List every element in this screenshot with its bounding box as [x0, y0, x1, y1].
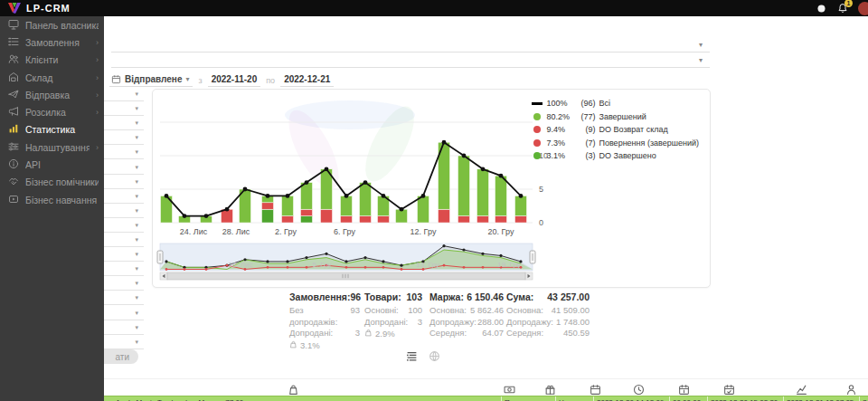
stat-column-3: Сума:43 257.00Основна:41 509.00Допродажу… — [506, 291, 590, 339]
mini-filter-select-3[interactable]: ▾ — [104, 132, 144, 145]
chevron-down-icon: ▾ — [135, 193, 138, 200]
svg-text:28. Лис: 28. Лис — [228, 261, 252, 269]
avatar[interactable] — [858, 2, 868, 15]
dashboard-icon — [8, 19, 19, 32]
svg-text:20. Гру: 20. Гру — [488, 227, 514, 236]
svg-text:12. Гру: 12. Гру — [410, 227, 437, 236]
submenu-caret-icon: › — [96, 143, 99, 152]
stat-column-1: Товари:103Основні:100Допродані:32.9% — [364, 291, 422, 339]
theme-moon-icon[interactable] — [815, 2, 827, 14]
chevron-down-icon: ▾ — [135, 148, 138, 156]
stat-row: Основна:41 509.00 — [506, 305, 590, 317]
mini-filter-select-13[interactable]: ▾ — [104, 278, 144, 291]
legend-item-0[interactable]: 100%(96)Всі — [531, 97, 699, 110]
sidebar-item-4[interactable]: Відправка› — [0, 86, 104, 103]
clients-icon — [8, 53, 19, 66]
stat-row: Середня:64.07 — [429, 328, 504, 339]
order-row-cell: Проверенные — [502, 396, 556, 401]
legend-marker — [531, 113, 543, 120]
date-type-label: Відправлене — [125, 74, 182, 84]
legend-marker — [531, 126, 543, 133]
svg-text:0: 0 — [539, 218, 543, 227]
mini-filter-select-6[interactable]: ▾ — [104, 177, 144, 189]
date-from-input[interactable]: 2022-11-20 — [208, 74, 261, 87]
chevron-down-icon: ▾ — [135, 251, 138, 258]
stat-row: Основні:100 — [364, 305, 422, 317]
sidebar-item-9[interactable]: Бізнес помічники — [0, 174, 104, 191]
upsell-rate: 2.9% — [364, 328, 422, 339]
mini-filter-select-10[interactable]: ▾ — [104, 234, 144, 247]
mini-filter-select-1[interactable]: ▾ — [104, 103, 144, 116]
legend-item-4[interactable]: 3.1%(3)DO Завершено — [531, 149, 699, 163]
order-row-cell: … Apple Magic Trackpad … Маржа: 77.00 — [104, 396, 502, 401]
chevron-down-icon: ▾ — [699, 56, 703, 64]
sidebar-item-7[interactable]: Налаштування› — [0, 138, 104, 156]
mini-filter-select-8[interactable]: ▾ — [104, 205, 144, 218]
stat-row: Допродані:3 — [364, 317, 422, 329]
chevron-down-icon: ▾ — [699, 41, 703, 49]
mini-filter-select-0[interactable]: ▾ — [104, 89, 144, 101]
legend-marker — [531, 152, 543, 159]
sidebar-item-10[interactable]: Бізнес навчання — [0, 191, 104, 208]
sidebar-item-1[interactable]: Замовлення› — [0, 33, 104, 51]
from-preposition: з — [198, 76, 202, 87]
stat-row: Допродажу:1 748.00 — [506, 317, 590, 329]
legend-item-1[interactable]: 80.2%(77)Завершений — [531, 110, 699, 124]
app-logo[interactable]: LP-CRM — [0, 2, 71, 14]
mini-filter-select-17[interactable]: ▾ — [104, 337, 144, 349]
order-table-row[interactable]: … Apple Magic Trackpad … Маржа: 77.00Про… — [104, 396, 868, 401]
sidebar-item-2[interactable]: Клієнти› — [0, 52, 104, 69]
sidebar-item-8[interactable]: API — [0, 156, 104, 173]
sidebar-item-label: Відправка — [25, 90, 90, 100]
mini-filter-select-9[interactable]: ▾ — [104, 220, 144, 233]
orders-icon — [8, 36, 19, 49]
mini-filter-select-16[interactable]: ▾ — [104, 322, 144, 335]
stat-title: Маржа:6 150.46 — [429, 291, 504, 302]
date-to-input[interactable]: 2022-12-21 — [280, 74, 334, 87]
shipping-icon — [8, 89, 19, 101]
notifications-bell-icon[interactable]: 1 — [836, 2, 849, 14]
mini-filter-select-4[interactable]: ▾ — [104, 147, 144, 159]
list-view-icon[interactable] — [406, 349, 418, 366]
sidebar-item-5[interactable]: Розсилка› — [0, 103, 104, 120]
mini-filter-select-11[interactable]: ▾ — [104, 249, 144, 262]
top-select-2[interactable]: ▾ — [111, 53, 710, 68]
sidebar-item-label: Бізнес навчання — [25, 195, 99, 205]
mini-filter-select-14[interactable]: ▾ — [104, 292, 144, 305]
mini-filter-select-2[interactable]: ▾ — [104, 118, 144, 130]
bag-icon — [289, 339, 297, 351]
sidebar-item-6[interactable]: Статистика — [0, 121, 104, 138]
chevron-down-icon: ▾ — [135, 91, 138, 98]
date-type-select[interactable]: Відправлене ▾ — [109, 74, 193, 87]
legend-item-2[interactable]: 9.4%(9)DO Возврат склад — [531, 123, 699, 137]
order-row-cell: 2022-12-21 12:07:05 — [784, 396, 860, 401]
svg-text:19. Гру: 19. Гру — [497, 261, 521, 269]
top-select-1[interactable]: ▾ — [111, 38, 710, 53]
scrollbar-thumb[interactable] — [167, 272, 525, 280]
legend-marker — [531, 102, 543, 105]
mini-filter-select-5[interactable]: ▾ — [104, 162, 144, 175]
legend-marker — [531, 139, 543, 147]
mini-filter-select-15[interactable]: ▾ — [104, 308, 144, 320]
svg-text:5. Гру: 5. Гру — [312, 261, 331, 269]
main-content: ▾ ▾ Відправлене ▾ з 2022-11-20 по 2022-1… — [104, 16, 868, 401]
mini-filter-select-12[interactable]: ▾ — [104, 263, 144, 276]
to-preposition: по — [266, 76, 275, 87]
warehouse-icon — [8, 72, 19, 84]
date-filter-row: Відправлене ▾ з 2022-11-20 по 2022-12-21 — [109, 71, 334, 87]
topbar: LP-CRM 1 — [0, 0, 868, 16]
chevron-down-icon: ▾ — [135, 105, 138, 112]
submenu-caret-icon: › — [96, 38, 99, 47]
sidebar-item-3[interactable]: Склад› — [0, 69, 104, 86]
mini-filter-select-7[interactable]: ▾ — [104, 191, 144, 204]
pie-view-icon[interactable] — [429, 349, 440, 366]
sidebar-item-0[interactable]: Панель власника — [0, 16, 104, 33]
stat-title: Товари:103 — [364, 291, 422, 302]
apply-filters-button[interactable]: ати — [104, 349, 138, 364]
legend-item-3[interactable]: 7.3%(7)Повернення (завершений) — [531, 137, 699, 150]
sidebar-item-label: Замовлення — [25, 37, 90, 48]
sidebar-item-label: Налаштування — [25, 142, 90, 153]
settings-icon — [8, 141, 19, 154]
chevron-down-icon: ▾ — [135, 236, 138, 243]
order-row-cell: Завершений — [860, 396, 868, 401]
